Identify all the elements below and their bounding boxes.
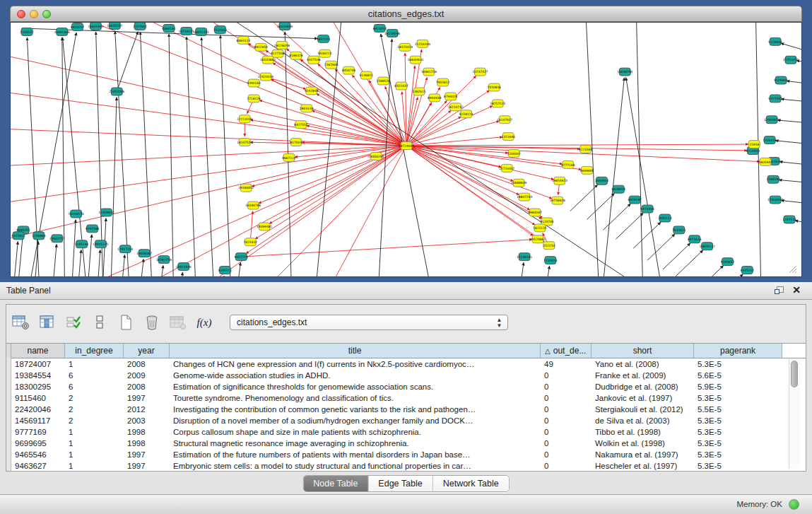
graph-node[interactable]: 1362615 <box>412 88 426 95</box>
table-cell[interactable]: 19384554 <box>11 370 64 381</box>
graph-edge[interactable] <box>406 146 513 181</box>
graph-edge[interactable] <box>779 180 801 185</box>
graph-node[interactable]: 16210742 <box>448 103 464 111</box>
graph-node[interactable]: 8912954 <box>254 43 268 51</box>
graph-node[interactable]: 16631914 <box>88 23 103 30</box>
table-cell[interactable]: Corpus callosum shape and size in male p… <box>169 426 540 438</box>
table-row[interactable]: 1872400712008Changes of HCN gene express… <box>6 358 806 370</box>
graph-node[interactable]: 16640910 <box>408 56 423 64</box>
delete-table-icon[interactable] <box>143 315 161 330</box>
graph-edge[interactable] <box>16 236 23 276</box>
graph-node[interactable]: 19524861 <box>530 235 546 243</box>
graph-node[interactable]: 7625402 <box>244 238 258 246</box>
table-cell[interactable]: 5.3E-5 <box>693 392 782 404</box>
graph-node[interactable]: 252254 <box>543 242 555 250</box>
table-cell[interactable]: 1997 <box>123 449 169 460</box>
graph-edge[interactable] <box>87 235 92 276</box>
table-cell[interactable]: Investigating the contribution of common… <box>169 404 540 415</box>
table-cell[interactable]: 2003 <box>123 415 169 426</box>
table-cell[interactable]: 0 <box>540 460 591 472</box>
tab-node-table[interactable]: Node Table <box>303 476 368 491</box>
graph-node[interactable]: 12359924 <box>98 209 114 216</box>
graph-node[interactable]: 20691406 <box>54 28 70 35</box>
graph-node[interactable]: 9457771 <box>235 253 249 261</box>
graph-node[interactable]: 9345212 <box>741 267 755 274</box>
graph-node[interactable]: 18757515 <box>490 100 505 107</box>
graph-node[interactable]: 10654112 <box>700 243 715 250</box>
graph-node[interactable]: 9245652 <box>721 258 735 266</box>
graph-edge[interactable] <box>616 213 643 239</box>
table-cell[interactable]: Genome-wide association studies in ADHD. <box>169 370 540 381</box>
table-cell[interactable]: 2009 <box>123 370 169 381</box>
graph-edge[interactable] <box>117 32 138 92</box>
table-settings-icon[interactable] <box>12 315 30 330</box>
table-cell[interactable]: 1998 <box>123 426 169 438</box>
table-row[interactable]: 1830029562008Estimation of significance … <box>6 381 806 392</box>
graph-node[interactable]: 9315911 <box>11 232 25 240</box>
graph-edge[interactable] <box>169 34 174 276</box>
graph-node[interactable]: 1244419 <box>763 136 777 144</box>
table-row[interactable]: 911546021997Tourette syndrome. Phenomeno… <box>6 392 806 404</box>
close-panel-icon[interactable]: ✕ <box>792 284 801 296</box>
graph-edge[interactable] <box>140 32 153 276</box>
graph-edge[interactable] <box>647 234 675 260</box>
graph-node[interactable]: 6879197 <box>628 196 642 204</box>
graph-node[interactable]: 7857224 <box>317 35 331 42</box>
graph-node[interactable]: 7204007 <box>507 150 521 158</box>
table-cell[interactable]: Yano et al. (2008) <box>591 358 693 370</box>
graph-node[interactable]: 9245011 <box>218 267 233 274</box>
graph-edge[interactable] <box>782 99 801 103</box>
graph-node[interactable]: 16782759 <box>156 256 172 264</box>
graph-edge[interactable] <box>663 243 690 269</box>
table-cell[interactable]: Changes of HCN gene expression and I(f) … <box>169 358 540 370</box>
table-cell[interactable]: 2 <box>64 404 123 415</box>
table-cell[interactable]: 1 <box>64 460 123 472</box>
graph-node[interactable]: 9546213 <box>318 49 332 57</box>
graph-edge[interactable] <box>781 43 801 51</box>
column-header-in_degree[interactable]: in_degree <box>65 344 124 358</box>
graph-edge[interactable] <box>139 259 143 276</box>
table-cell[interactable]: 0 <box>540 415 591 426</box>
graph-node[interactable]: 8990448 <box>428 94 442 102</box>
graph-node[interactable]: 8667110 <box>282 153 296 161</box>
graph-node[interactable]: 11254049 <box>415 40 430 47</box>
graph-edge[interactable] <box>115 31 130 276</box>
graph-node[interactable]: 8454749 <box>342 66 356 74</box>
show-columns-icon[interactable] <box>38 315 57 330</box>
graph-node[interactable]: 1167534 <box>782 216 796 223</box>
table-cell[interactable]: Nakamura et al. (1997) <box>591 449 693 460</box>
network-window-titlebar[interactable]: citations_edges.txt <box>10 6 802 22</box>
graph-node[interactable]: 15136141 <box>517 253 532 261</box>
table-cell[interactable]: 0 <box>540 392 591 404</box>
graph-node[interactable]: 8471626 <box>688 235 702 243</box>
graph-node[interactable]: 18807293 <box>517 193 532 201</box>
table-row[interactable]: 946554611997Estimation of the future num… <box>6 449 806 460</box>
table-cell[interactable]: 9115460 <box>11 392 64 404</box>
table-cell[interactable]: Disruption of a novel member of a sodium… <box>169 415 540 426</box>
graph-node[interactable]: 16033809 <box>277 23 293 30</box>
graph-node[interactable]: 1599293 <box>766 175 780 183</box>
graph-node[interactable]: 20206576 <box>68 210 83 218</box>
table-cell[interactable]: 1997 <box>123 460 169 472</box>
table-cell[interactable]: Tourette syndrome. Phenomenology and cla… <box>169 392 540 404</box>
table-cell[interactable]: 14569117 <box>11 415 64 426</box>
graph-edge[interactable] <box>696 266 724 276</box>
float-window-icon[interactable] <box>775 286 784 295</box>
graph-edge[interactable] <box>96 250 100 276</box>
graph-node[interactable]: 9158123 <box>459 110 473 118</box>
table-cell[interactable]: 5.6E-5 <box>693 370 782 381</box>
graph-node[interactable]: 13505135 <box>93 240 108 248</box>
table-cell[interactable]: Structural magnetic resonance image aver… <box>169 438 540 449</box>
graph-node[interactable]: 1588520 <box>376 77 390 85</box>
graph-edge[interactable] <box>787 81 801 86</box>
graph-edge[interactable] <box>716 274 743 276</box>
table-cell[interactable]: 18724007 <box>11 358 64 370</box>
table-row[interactable]: 1456911722003Disruption of a novel membe… <box>6 415 806 426</box>
column-header-year[interactable]: year <box>124 344 170 358</box>
graph-edge[interactable] <box>251 146 406 276</box>
graph-node[interactable]: 2803144 <box>300 105 314 112</box>
graph-node[interactable]: 10655257 <box>107 23 122 29</box>
graph-node[interactable]: 2367608 <box>324 61 339 69</box>
column-header-title[interactable]: title <box>170 344 541 358</box>
table-cell[interactable]: de Silva et al. (2003) <box>591 415 693 426</box>
